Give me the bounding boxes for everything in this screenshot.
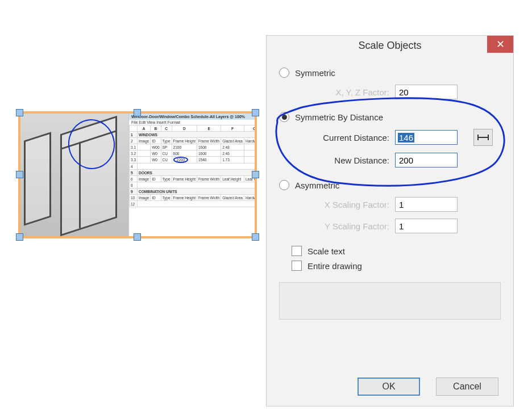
radio-symmetric-by-distance-label: Symmetric By Distance (295, 112, 383, 122)
resize-handle[interactable] (16, 109, 23, 116)
measure-icon (477, 133, 489, 141)
resize-handle[interactable] (16, 233, 23, 241)
xyz-factor-label: X, Y, Z Factor: (304, 87, 395, 97)
checkbox-scale-text-label: Scale text (307, 246, 345, 256)
checkbox-entire-drawing-label: Entire drawing (307, 261, 362, 271)
close-button[interactable]: ✕ (487, 36, 513, 53)
resize-handle[interactable] (252, 233, 259, 241)
resize-handle[interactable] (16, 171, 23, 178)
x-scaling-input[interactable] (395, 197, 458, 212)
worksheet-table: ABCDEFG 1WINDOWS 2 Image ID Type Frame H… (129, 125, 255, 207)
radio-symmetric-label: Symmetric (295, 68, 335, 78)
model-view (20, 114, 128, 236)
selected-viewport[interactable]: WinDoor-Door/Window/Combo Schedule-All L… (18, 111, 257, 238)
y-scaling-label: Y Scaling Factor: (304, 221, 395, 231)
ok-button[interactable]: OK (358, 378, 420, 396)
checkbox-scale-text[interactable] (292, 246, 302, 256)
x-scaling-label: X Scaling Factor: (304, 200, 395, 209)
ok-button-label: OK (382, 382, 395, 392)
scale-objects-dialog: Scale Objects ✕ Symmetric X, Y, Z Factor… (266, 35, 514, 406)
resize-handle[interactable] (252, 109, 259, 116)
checkbox-entire-drawing[interactable] (292, 261, 302, 271)
resize-handle[interactable] (134, 233, 141, 241)
radio-symmetric-by-distance[interactable] (279, 112, 289, 122)
radio-asymmetric[interactable] (279, 180, 289, 190)
xyz-factor-input[interactable] (395, 85, 458, 99)
new-distance-label: New Distance: (304, 156, 395, 165)
cancel-button[interactable]: Cancel (436, 378, 498, 396)
worksheet-panel: WinDoor-Door/Window/Combo Schedule-All L… (128, 114, 255, 236)
door-model (24, 132, 51, 226)
new-distance-input[interactable] (395, 153, 458, 167)
measure-button[interactable] (473, 129, 493, 146)
y-scaling-input[interactable] (395, 219, 458, 233)
radio-asymmetric-label: Asymmetric (295, 181, 339, 190)
worksheet-title: WinDoor-Door/Window/Combo Schedule-All L… (129, 114, 255, 120)
cancel-button-label: Cancel (453, 382, 481, 392)
resize-handle[interactable] (134, 109, 141, 116)
radio-symmetric[interactable] (279, 68, 289, 78)
resize-handle[interactable] (252, 171, 259, 178)
dialog-title: Scale Objects ✕ (267, 36, 513, 55)
dialog-title-text: Scale Objects (358, 40, 421, 52)
message-area (279, 282, 501, 320)
current-distance-value: 146 (398, 133, 414, 142)
window-model (60, 116, 117, 236)
close-icon: ✕ (496, 38, 505, 51)
worksheet-menu: File Edit View Insert Format (129, 120, 255, 125)
current-distance-label: Current Distance: (304, 133, 395, 142)
current-distance-input[interactable]: 146 (395, 130, 458, 145)
